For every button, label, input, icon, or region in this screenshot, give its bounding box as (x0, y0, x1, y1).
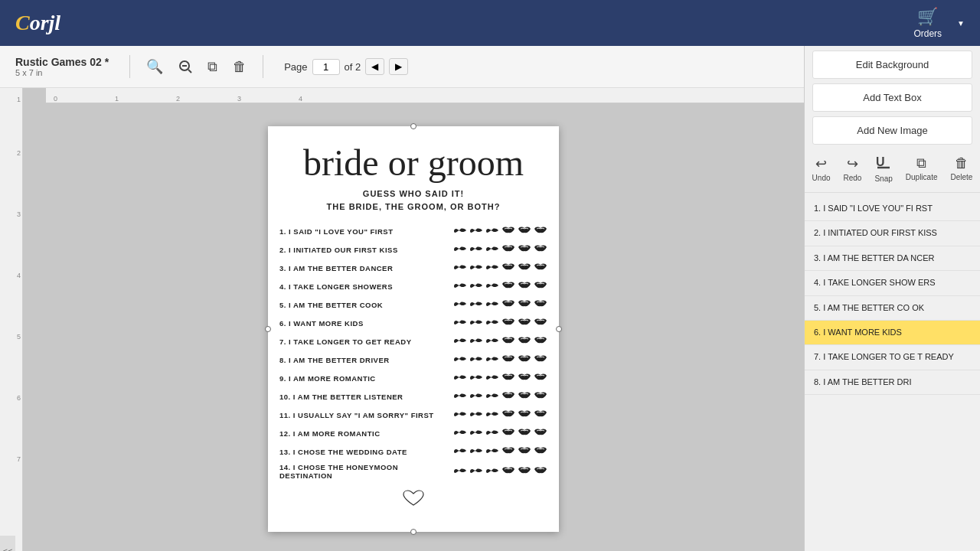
lips-icon (501, 279, 515, 293)
lips-icon (518, 445, 531, 458)
undo-label: Undo (812, 174, 831, 182)
text-list-item[interactable]: 6. I WANT MORE KIDS (805, 321, 980, 345)
item-text: 6. I WANT MORE KIDS (279, 319, 453, 328)
lips-icon (518, 353, 531, 367)
heart-icon (402, 490, 425, 507)
item-row: 7. I TAKE LONGER TO GET READY (279, 332, 547, 350)
copy-button[interactable]: ⧉ (204, 56, 220, 78)
snap-label: Snap (874, 174, 892, 183)
lips-icon (518, 298, 531, 311)
lips-icon (518, 390, 531, 403)
orders-label: Orders (913, 28, 942, 39)
next-page-button[interactable]: ▶ (389, 58, 408, 75)
mustache-icon (469, 334, 483, 348)
ruler-tick: 1 (115, 95, 119, 103)
mustache-icon (469, 298, 483, 311)
lips-icon (534, 445, 547, 458)
orders-button[interactable]: 🛒 Orders (913, 7, 942, 39)
lips-icon (518, 408, 531, 422)
mustache-icon (485, 316, 499, 330)
mustache-icon (469, 465, 483, 478)
right-panel: Edit Background Add Text Box Add New Ima… (804, 46, 980, 551)
ruler-tick: 2 (17, 149, 21, 157)
logo[interactable]: Corjl (15, 11, 60, 35)
ruler-tick: 4 (299, 95, 302, 103)
duplicate-button[interactable]: ⧉ Duplicate (901, 152, 942, 184)
item-text: 12. I AM MORE ROMANTIC (279, 429, 453, 438)
item-row: 6. I WANT MORE KIDS (279, 314, 547, 332)
edit-background-button[interactable]: Edit Background (812, 51, 972, 79)
add-text-button[interactable]: Add Text Box (812, 83, 972, 112)
delete-panel-button[interactable]: 🗑 Delete (946, 152, 977, 184)
page-navigation: Page of 2 ◀ ▶ (284, 58, 408, 75)
item-row: 13. I CHOSE THE WEDDING DATE (279, 442, 547, 461)
lips-icon (518, 224, 531, 238)
lips-icon (518, 243, 531, 256)
ruler-tick: 0 (54, 95, 57, 103)
lips-icon (501, 408, 515, 422)
text-list-item[interactable]: 1. I SAID "I LOVE YOU" FI RST (805, 197, 980, 221)
mustache-icon (469, 426, 483, 440)
item-text: 5. I AM THE BETTER COOK (279, 301, 453, 309)
undo-button[interactable]: ↩ Undo (808, 152, 835, 185)
add-image-button[interactable]: Add New Image (812, 116, 972, 145)
selection-handle-right[interactable] (556, 326, 562, 332)
selection-handle-left[interactable] (265, 326, 271, 332)
toolbar-separator (129, 55, 130, 78)
snap-button[interactable]: U Snap (870, 151, 897, 186)
selection-handle-top[interactable] (410, 123, 416, 129)
svg-text:U: U (876, 155, 885, 168)
item-text: 2. I INITIATED OUR FIRST KISS (279, 246, 453, 254)
item-row: 3. I AM THE BETTER DANCER (279, 259, 547, 277)
lips-icon (518, 465, 531, 478)
canvas-area: Rustic Games 02 * 5 x 7 in 🔍 ⧉ 🗑 Page of… (0, 46, 804, 551)
toolbar-separator-2 (263, 55, 263, 78)
item-row: 4. I TAKE LONGER SHOWERS (279, 277, 547, 295)
text-list-item[interactable]: 5. I AM THE BETTER CO OK (805, 296, 980, 321)
lips-icon (518, 334, 531, 348)
toolbar: Rustic Games 02 * 5 x 7 in 🔍 ⧉ 🗑 Page of… (0, 46, 804, 88)
mustache-icon (485, 445, 499, 458)
dropdown-arrow-icon[interactable]: ▼ (957, 19, 965, 28)
mustache-icon (453, 334, 467, 348)
canvas-scroll[interactable]: bride or groom GUESS WHO SAID IT! THE BR… (23, 103, 804, 551)
lips-icon (534, 390, 547, 403)
text-list-item[interactable]: 3. I AM THE BETTER DA NCER (805, 246, 980, 271)
lips-icon (534, 334, 547, 348)
mustache-icon (485, 353, 499, 367)
mustache-icon (485, 465, 499, 478)
text-list-item[interactable]: 4. I TAKE LONGER SHOW ERS (805, 271, 980, 295)
header-right: 🛒 Orders ▼ (913, 7, 965, 39)
lips-icon (534, 426, 547, 440)
item-row: 2. I INITIATED OUR FIRST KISS (279, 240, 547, 259)
mustache-icon (453, 445, 467, 458)
text-list-item[interactable]: 8. I AM THE BETTER DRI (805, 370, 980, 395)
item-row: 12. I AM MORE ROMANTIC (279, 424, 547, 442)
mustache-icon (485, 243, 499, 256)
mustache-icon (469, 243, 483, 256)
zoom-out-button[interactable] (175, 57, 195, 77)
item-icons (453, 261, 547, 275)
text-list-item[interactable]: 7. I TAKE LONGER TO GE T READY (805, 345, 980, 370)
redo-button[interactable]: ↪ Redo (839, 152, 867, 185)
mustache-icon (453, 224, 467, 238)
item-icons (453, 426, 547, 440)
duplicate-label: Duplicate (906, 173, 938, 181)
item-icons (453, 334, 547, 348)
mustache-icon (469, 353, 483, 367)
item-text: 10. I AM THE BETTER LISTENER (279, 393, 453, 401)
mustache-icon (453, 298, 467, 311)
collapse-sidebar-button[interactable]: << (0, 536, 15, 551)
text-list-item[interactable]: 2. I INITIATED OUR FIRST KISS (805, 221, 980, 246)
prev-page-button[interactable]: ◀ (365, 58, 384, 75)
delete-toolbar-button[interactable]: 🗑 (230, 56, 250, 78)
page-number-input[interactable] (312, 59, 340, 75)
vertical-ruler: 1 2 3 4 5 6 7 (0, 88, 23, 551)
item-row: 1. I SAID "I LOVE YOU" FIRST (279, 222, 547, 240)
selection-handle-bottom[interactable] (410, 529, 416, 535)
item-text: 11. I USUALLY SAY "I AM SORRY" FIRST (279, 411, 453, 419)
mustache-icon (485, 279, 499, 293)
items-list: 1. I SAID "I LOVE YOU" FIRST2. I INITIAT… (279, 222, 547, 482)
zoom-in-button[interactable]: 🔍 (143, 55, 166, 78)
mustache-icon (485, 408, 499, 422)
